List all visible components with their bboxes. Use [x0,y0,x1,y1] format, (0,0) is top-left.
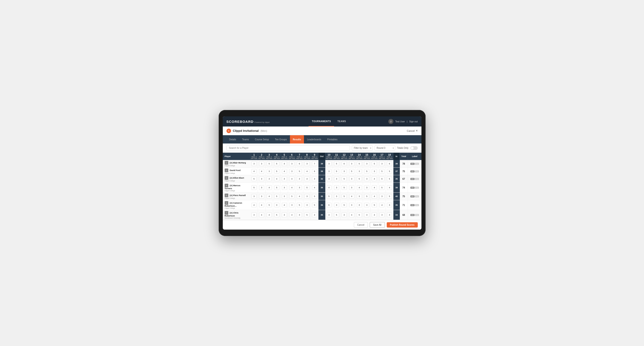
score-input-h10[interactable] [326,213,332,217]
score-h4[interactable] [273,210,280,220]
save-all-button[interactable]: Save All [370,222,385,228]
score-h3[interactable] [265,210,273,220]
score-input-h6[interactable] [289,169,294,173]
score-input-h14[interactable] [357,203,362,207]
score-input-h15[interactable] [364,162,369,166]
score-input-h3[interactable] [267,213,272,217]
score-input-h18[interactable] [387,203,392,207]
score-h6[interactable] [288,193,296,200]
score-h1[interactable] [250,183,258,193]
score-h14[interactable] [356,168,363,175]
score-h18[interactable] [386,210,394,220]
tab-course-setup[interactable]: Course Setup [252,135,272,144]
score-h5[interactable] [280,183,288,193]
score-input-h9[interactable] [312,194,317,199]
score-input-h14[interactable] [357,162,362,166]
score-input-h18[interactable] [387,194,392,199]
score-input-h15[interactable] [364,185,369,190]
score-input-h17[interactable] [379,213,384,217]
score-h8[interactable] [303,175,311,183]
publish-round-scores-button[interactable]: Publish Round Scores [387,222,418,227]
wd-badge[interactable]: WD [410,163,414,165]
score-h14[interactable] [356,175,363,183]
score-h13[interactable] [348,175,356,183]
wd-badge[interactable]: WD [410,204,414,206]
score-h18[interactable] [386,175,394,183]
search-input[interactable] [226,145,350,151]
score-input-h17[interactable] [379,194,384,199]
score-input-h15[interactable] [364,176,369,181]
score-input-h15[interactable] [364,203,369,207]
score-h15[interactable] [363,160,371,168]
score-input-h13[interactable] [349,194,354,199]
score-h4[interactable] [273,200,280,210]
score-h12[interactable] [340,200,348,210]
score-h4[interactable] [273,193,280,200]
score-h14[interactable] [356,160,363,168]
score-input-h10[interactable] [326,194,332,199]
score-input-h11[interactable] [334,169,339,173]
score-input-h14[interactable] [357,194,362,199]
score-input-h7[interactable] [297,213,302,217]
score-input-h13[interactable] [349,176,354,181]
score-input-h4[interactable] [274,185,279,190]
score-h2[interactable] [258,160,265,168]
score-input-h12[interactable] [342,213,347,217]
score-input-h13[interactable] [349,185,354,190]
score-h3[interactable] [265,160,273,168]
score-input-h2[interactable] [259,185,264,190]
round-select[interactable]: Round 3 [374,145,395,151]
score-input-h6[interactable] [289,176,294,181]
score-input-h4[interactable] [274,176,279,181]
score-h13[interactable] [348,183,356,193]
score-h7[interactable] [296,193,303,200]
score-h9[interactable] [311,160,318,168]
wd-badge[interactable]: WD [410,178,414,180]
score-h7[interactable] [296,200,303,210]
score-h15[interactable] [363,168,371,175]
score-h6[interactable] [288,210,296,220]
score-h7[interactable] [296,183,303,193]
score-input-h14[interactable] [357,213,362,217]
score-input-h5[interactable] [282,194,287,199]
score-h12[interactable] [340,168,348,175]
score-input-h5[interactable] [282,162,287,166]
score-h3[interactable] [265,193,273,200]
score-input-h10[interactable] [326,176,332,181]
score-h1[interactable] [250,200,258,210]
score-h1[interactable] [250,160,258,168]
score-h12[interactable] [340,210,348,220]
score-input-h9[interactable] [312,203,317,207]
score-h5[interactable] [280,193,288,200]
wd-badge[interactable]: WD [410,170,414,173]
score-h4[interactable] [273,183,280,193]
score-input-h1[interactable] [252,162,256,166]
score-input-h7[interactable] [297,194,302,199]
score-input-h12[interactable] [342,185,347,190]
score-input-h16[interactable] [372,185,377,190]
score-h7[interactable] [296,168,303,175]
score-h5[interactable] [280,168,288,175]
score-input-h9[interactable] [312,185,317,190]
score-input-h4[interactable] [274,194,279,199]
cancel-tournament-btn[interactable]: Cancel ✕ [407,129,418,132]
score-h18[interactable] [386,168,394,175]
score-input-h5[interactable] [282,203,287,207]
score-input-h16[interactable] [372,169,377,173]
score-h11[interactable] [333,200,340,210]
score-h17[interactable] [378,160,386,168]
score-h10[interactable] [325,168,333,175]
dq-badge[interactable]: DQ [415,163,419,165]
score-input-h6[interactable] [289,213,294,217]
score-input-h10[interactable] [326,169,332,173]
score-h4[interactable] [273,168,280,175]
score-input-h16[interactable] [372,194,377,199]
score-input-h8[interactable] [304,169,310,173]
dq-badge[interactable]: DQ [415,214,419,216]
score-h14[interactable] [356,210,363,220]
score-h12[interactable] [340,160,348,168]
score-input-h14[interactable] [357,185,362,190]
score-input-h4[interactable] [274,169,279,173]
score-h9[interactable] [311,175,318,183]
score-h14[interactable] [356,200,363,210]
